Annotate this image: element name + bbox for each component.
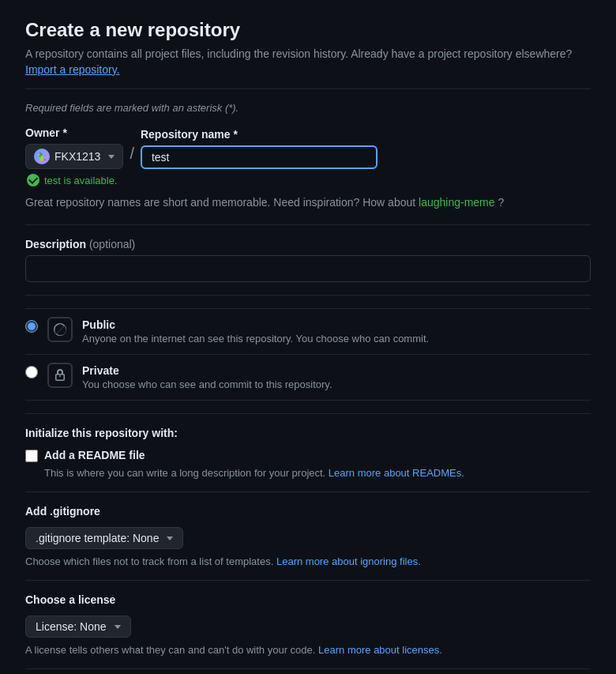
readme-desc: This is where you can write a long descr… [44,467,591,479]
initialize-section: Initialize this repository with: Add a R… [25,427,591,479]
divider-5 [25,491,591,492]
visibility-group: Public Anyone on the internet can see th… [25,308,591,401]
public-option: Public Anyone on the internet can see th… [25,308,591,354]
divider-3 [25,295,591,296]
public-content: Public Anyone on the internet can see th… [82,318,429,345]
public-title: Public [82,318,429,331]
license-heading: Choose a license [25,593,591,606]
available-text: test is available. [44,175,118,186]
divider-1 [25,88,591,89]
license-help: A license tells others what they can and… [25,644,591,656]
inspiration-text: Great repository names are short and mem… [25,196,591,209]
chevron-down-icon [108,155,115,159]
page-subtitle: A repository contains all project files,… [25,47,591,60]
gitignore-help: Choose which files not to track from a l… [25,555,591,567]
readme-checkbox[interactable] [25,450,38,462]
license-dropdown-label: License: None [36,620,107,633]
gitignore-chevron-icon [167,537,173,540]
repo-name-input[interactable] [141,145,377,169]
gitignore-section: Add .gitignore .gitignore template: None… [25,505,591,567]
available-message: test is available. [27,174,591,186]
owner-repo-row: Owner * 🦜 FKX1213 / Repository name * [25,126,591,169]
gitignore-heading: Add .gitignore [25,505,591,518]
license-dropdown[interactable]: License: None [25,616,131,638]
private-option: Private You choose who can see and commi… [25,354,591,401]
private-title: Private [82,364,332,377]
public-radio[interactable] [25,320,38,333]
private-radio[interactable] [25,366,38,378]
private-content: Private You choose who can see and commi… [82,364,332,390]
license-learn-link[interactable]: Learn more about licenses. [318,644,442,656]
description-optional: (optional) [89,238,135,250]
divider-2 [25,224,591,225]
owner-label: Owner * [25,126,123,139]
initialize-heading: Initialize this repository with: [25,427,591,439]
owner-field-wrap: Owner * 🦜 FKX1213 [25,126,123,169]
readme-label: Add a README file [44,449,145,461]
description-label: Description (optional) [25,238,591,250]
description-section: Description (optional) [25,238,591,282]
page-container: Create a new repository A repository con… [0,0,616,674]
gitignore-dropdown-label: .gitignore template: None [36,532,159,544]
owner-select[interactable]: 🦜 FKX1213 [25,144,123,169]
gitignore-dropdown[interactable]: .gitignore template: None [25,527,183,549]
required-note: Required fields are marked with an aster… [25,102,591,114]
private-icon [47,363,73,388]
description-input[interactable] [25,255,591,282]
import-link[interactable]: Import a repository. [25,63,120,76]
public-icon [47,317,73,342]
owner-avatar: 🦜 [34,149,50,164]
gitignore-learn-link[interactable]: Learn more about ignoring files. [276,555,421,567]
license-section: Choose a license License: None A license… [25,593,591,656]
public-desc: Anyone on the internet can see this repo… [82,333,429,345]
private-desc: You choose who can see and commit to thi… [82,378,332,390]
suggestion-link[interactable]: laughing-meme [419,196,495,209]
divider-7 [25,668,591,669]
repo-name-field-wrap: Repository name * [141,128,377,169]
readme-row: Add a README file [25,449,591,462]
divider-4 [25,413,591,414]
repo-name-label: Repository name * [141,128,377,141]
readme-learn-link[interactable]: Learn more about READMEs. [329,467,464,479]
license-chevron-icon [115,625,121,629]
owner-name: FKX1213 [54,150,100,163]
divider-6 [25,580,591,581]
slash-separator: / [130,145,134,169]
page-title: Create a new repository [25,19,591,41]
check-icon [27,174,39,186]
